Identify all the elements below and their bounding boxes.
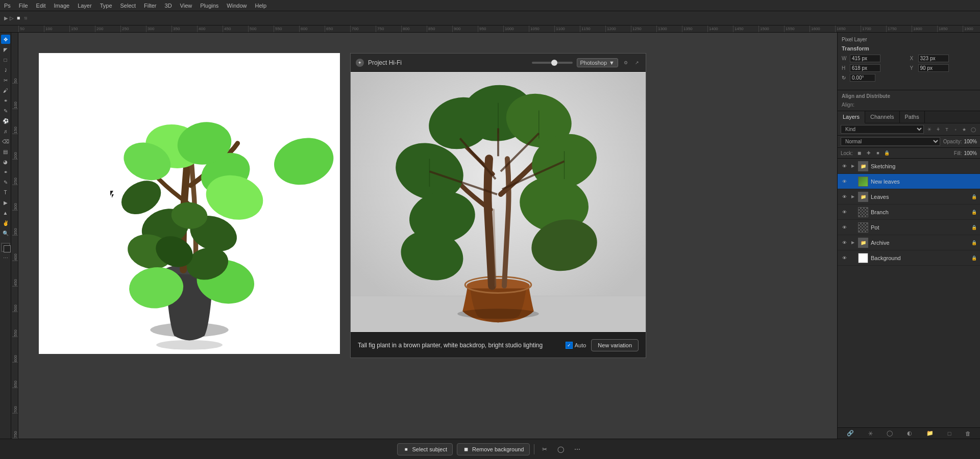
dodge-tool[interactable]: ⚭ xyxy=(1,167,10,176)
layer-item-pot[interactable]: 👁 Pot 🔒 xyxy=(838,220,980,235)
slider-thumb[interactable] xyxy=(551,60,557,66)
crop-tool[interactable]: ✂ xyxy=(1,75,10,85)
gradient-tool[interactable]: ▤ xyxy=(1,147,10,156)
more-tools[interactable]: ⋯ xyxy=(1,253,10,262)
filter-smart-icon[interactable]: ★ xyxy=(961,126,968,133)
menu-plugins[interactable]: Plugins xyxy=(200,3,218,9)
more-bottom-icon[interactable]: ⋯ xyxy=(571,443,583,455)
menu-window[interactable]: Window xyxy=(227,3,247,9)
history-tool[interactable]: ♬ xyxy=(1,126,10,136)
remove-bg-icon: ◼ xyxy=(462,446,470,453)
properties-section: Pixel Layer Transform W X H xyxy=(838,33,980,90)
layer-vis-archive[interactable]: 👁 xyxy=(841,239,848,246)
select-subject-button[interactable]: ■ Select subject xyxy=(397,443,453,455)
layer-vis-leaves[interactable]: 👁 xyxy=(841,193,848,200)
select-rect-tool[interactable]: □ xyxy=(1,55,10,64)
layer-expand-archive[interactable]: ▶ xyxy=(850,239,855,246)
add-style-icon[interactable]: ⚹ xyxy=(868,430,873,437)
menu-select[interactable]: Select xyxy=(120,3,136,9)
fill-value[interactable]: 100% xyxy=(964,150,977,156)
filter-adjust-icon[interactable]: ⚘ xyxy=(935,126,942,133)
add-layer-icon[interactable]: □ xyxy=(948,430,951,437)
tab-layers[interactable]: Layers xyxy=(838,111,865,123)
path-select-tool[interactable]: ▶ xyxy=(1,198,10,207)
zoom-tool[interactable]: 🔍 xyxy=(1,228,10,238)
move-tool[interactable]: ✥ xyxy=(1,35,10,44)
tab-channels[interactable]: Channels xyxy=(865,111,899,123)
eyedropper-tool[interactable]: 🖌 xyxy=(1,86,10,95)
auto-checkbox[interactable]: ✓ Auto xyxy=(566,342,586,349)
layer-vis-new-leaves[interactable]: 👁 xyxy=(841,178,848,185)
layer-expand-leaves[interactable]: ▶ xyxy=(850,193,855,200)
remove-background-button[interactable]: ◼ Remove background xyxy=(457,443,530,455)
layer-item-archive[interactable]: 👁 ▶ 📁 Archive 🔒 xyxy=(838,235,980,250)
menu-type[interactable]: Type xyxy=(100,3,112,9)
lock-pixels-icon[interactable]: ◼ xyxy=(856,149,863,157)
lock-artboard-icon[interactable]: ■ xyxy=(874,149,881,157)
lock-all-icon[interactable]: 🔒 xyxy=(884,149,891,157)
kind-dropdown[interactable]: Kind xyxy=(841,125,924,134)
new-variation-button[interactable]: New variation xyxy=(591,339,639,351)
photoshop-dropdown[interactable]: Photoshop ▼ xyxy=(577,58,619,67)
slider-track[interactable] xyxy=(532,62,573,64)
x-input[interactable] xyxy=(918,55,949,62)
layer-item-leaves[interactable]: 👁 ▶ 📁 Leaves 🔒 xyxy=(838,189,980,205)
layer-item-background[interactable]: 👁 Background 🔒 xyxy=(838,250,980,266)
layer-item-new-leaves[interactable]: 👁 New leaves xyxy=(838,174,980,189)
healing-tool[interactable]: ⚭ xyxy=(1,96,10,105)
y-input[interactable] xyxy=(918,64,949,72)
menu-image[interactable]: Image xyxy=(54,3,70,9)
menu-edit[interactable]: Edit xyxy=(36,3,46,9)
angle-input[interactable] xyxy=(850,74,875,82)
artboard-tool[interactable]: ◤ xyxy=(1,45,10,54)
link-layers-icon[interactable]: 🔗 xyxy=(847,430,854,437)
add-group-icon[interactable]: 📁 xyxy=(926,430,934,437)
background-color[interactable] xyxy=(4,245,11,252)
blend-mode-dropdown[interactable]: Normal xyxy=(841,137,940,146)
clone-tool[interactable]: ⚽ xyxy=(1,116,10,125)
remove-bg-label: Remove background xyxy=(472,446,524,452)
layer-lock-new-leaves xyxy=(971,178,977,185)
menu-file[interactable]: File xyxy=(19,3,28,9)
menu-help[interactable]: Help xyxy=(255,3,266,9)
layer-vis-background[interactable]: 👁 xyxy=(841,254,848,262)
pen-tool[interactable]: ✎ xyxy=(1,177,10,187)
lock-position-icon[interactable]: ✚ xyxy=(865,149,872,157)
filter-toggle-icon[interactable]: ◯ xyxy=(970,126,977,133)
menu-filter[interactable]: Filter xyxy=(144,3,156,9)
illustration-canvas[interactable] xyxy=(39,53,340,354)
layer-item-sketching[interactable]: 👁 ▶ 📁 Sketching xyxy=(838,159,980,174)
add-mask-icon[interactable]: ◯ xyxy=(887,430,893,437)
share-icon[interactable]: ↗ xyxy=(633,59,641,66)
menu-3d[interactable]: 3D xyxy=(165,3,172,9)
layer-vis-sketching[interactable]: 👁 xyxy=(841,163,848,170)
settings-icon[interactable]: ⚙ xyxy=(622,59,629,66)
quality-slider[interactable] xyxy=(532,62,573,64)
delete-layer-icon[interactable]: 🗑 xyxy=(965,430,971,437)
layer-vis-pot[interactable]: 👁 xyxy=(841,224,848,231)
eraser-tool[interactable]: ⌫ xyxy=(1,137,10,146)
layer-item-branch[interactable]: 👁 Branch 🔒 xyxy=(838,205,980,220)
menu-layer[interactable]: Layer xyxy=(78,3,92,9)
menu-ps[interactable]: Ps xyxy=(4,3,11,9)
filter-pixel-icon[interactable]: ⚹ xyxy=(926,126,933,133)
shape-tool[interactable]: ▲ xyxy=(1,208,10,217)
filter-bottom-icon[interactable]: ◯ xyxy=(555,443,567,455)
crop-bottom-icon[interactable]: ✂ xyxy=(538,443,551,455)
add-adjustment-icon[interactable]: ◐ xyxy=(907,430,912,437)
tab-paths[interactable]: Paths xyxy=(900,111,925,123)
width-input[interactable] xyxy=(850,55,880,62)
lasso-tool[interactable]: ⤸ xyxy=(1,65,10,74)
layer-vis-branch[interactable]: 👁 xyxy=(841,209,848,216)
filter-shape-icon[interactable]: ▫ xyxy=(952,126,959,133)
menu-view[interactable]: View xyxy=(180,3,192,9)
brush-tool[interactable]: ✎ xyxy=(1,106,10,115)
hand-tool[interactable]: ✌ xyxy=(1,218,10,227)
filter-type-icon[interactable]: T xyxy=(943,126,950,133)
height-input[interactable] xyxy=(850,64,880,72)
blur-tool[interactable]: ◕ xyxy=(1,157,10,166)
foreground-color[interactable] xyxy=(1,243,10,252)
opacity-value[interactable]: 100% xyxy=(964,139,977,144)
layer-expand-sketching[interactable]: ▶ xyxy=(850,163,855,170)
type-tool[interactable]: T xyxy=(1,188,10,197)
